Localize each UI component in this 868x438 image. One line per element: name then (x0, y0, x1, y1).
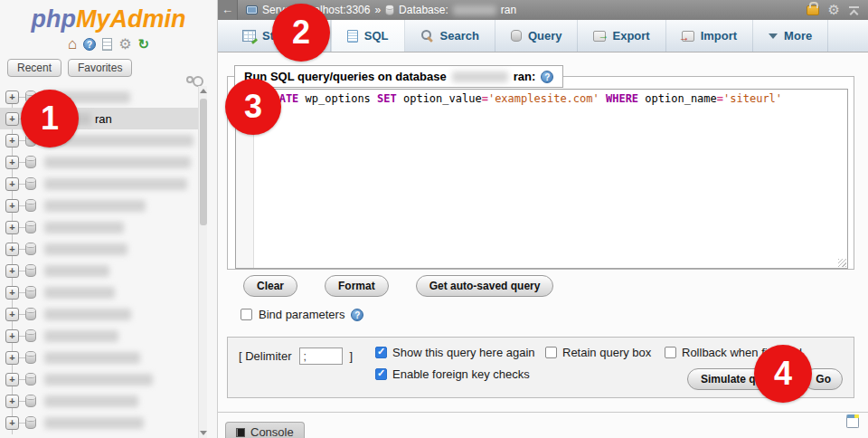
clear-button[interactable]: Clear (243, 275, 297, 297)
bind-parameters-label: Bind parameters (259, 308, 344, 321)
get-autosaved-query-button[interactable]: Get auto-saved query (416, 275, 554, 297)
tree-row[interactable]: + (0, 216, 198, 238)
delimiter-open-bracket: [ Delimiter (239, 349, 292, 363)
home-icon[interactable]: ⌂ (68, 37, 77, 52)
tree-row[interactable]: + (0, 368, 198, 390)
redacted-database-name (44, 309, 131, 320)
expand-plus-icon[interactable]: + (5, 308, 19, 321)
settings-gear-icon[interactable]: ⚙ (828, 4, 840, 16)
lock-icon[interactable] (807, 5, 819, 15)
foreign-key-checks-label: Enable foreign key checks (392, 367, 530, 381)
sidebar-scrollbar[interactable] (198, 86, 207, 438)
collapse-top-icon[interactable] (849, 6, 859, 14)
tab-query[interactable]: Query (495, 20, 579, 52)
scrollbar-thumb[interactable] (200, 99, 207, 225)
recent-button[interactable]: Recent (7, 59, 61, 77)
tree-dash (19, 249, 25, 250)
tree-row[interactable]: + (0, 390, 198, 412)
expand-plus-icon[interactable]: + (5, 112, 19, 126)
tree-row[interactable]: + (0, 238, 198, 260)
tree-row[interactable]: + (0, 173, 198, 195)
expand-plus-icon[interactable]: + (5, 286, 19, 300)
back-arrow-button[interactable]: ← (218, 0, 238, 20)
breadcrumb-database-link[interactable]: Database: (399, 4, 448, 16)
settings-gear-icon[interactable]: ⚙ (118, 37, 131, 52)
tree-dash (19, 271, 25, 271)
database-icon (25, 416, 36, 429)
tree-dash (19, 314, 25, 315)
retain-query-box-option[interactable]: Retain query box (545, 346, 651, 359)
favorites-button[interactable]: Favorites (68, 59, 132, 77)
tab-sql[interactable]: SQL (331, 20, 405, 52)
tree-dash (19, 401, 25, 402)
tree-row[interactable]: + (0, 151, 198, 173)
console-tab[interactable]: Console (225, 422, 305, 438)
database-icon (25, 308, 36, 320)
bind-parameters-checkbox[interactable] (241, 309, 252, 320)
expand-plus-icon[interactable]: + (5, 373, 19, 386)
expand-plus-icon[interactable]: + (5, 90, 19, 104)
foreign-key-checks-option[interactable]: Enable foreign key checks (375, 367, 530, 381)
phpmyadmin-logo[interactable]: phpMyAdmin (0, 0, 217, 33)
tab-more[interactable]: More (753, 20, 828, 52)
help-icon[interactable]: ? (541, 71, 553, 83)
show-query-checkbox[interactable] (375, 347, 387, 358)
tree-row[interactable]: + (0, 412, 198, 433)
sidebar-nav-icons: ⌂ ? ⚙ ↻ (0, 36, 217, 52)
refresh-icon[interactable]: ↻ (138, 37, 150, 52)
bottom-separator (218, 412, 868, 413)
expand-plus-icon[interactable]: + (5, 329, 19, 343)
foreign-key-checks-checkbox[interactable] (375, 368, 387, 380)
sql-code-line[interactable]: UPDATE wp_options SET option_value='exam… (254, 90, 782, 268)
sql-editor[interactable]: 1 UPDATE wp_options SET option_value='ex… (235, 89, 848, 269)
chevron-down-icon (769, 33, 778, 39)
help-icon[interactable]: ? (83, 38, 96, 51)
help-icon[interactable]: ? (351, 309, 363, 321)
tree-dash (19, 423, 25, 424)
page-settings-icon[interactable] (846, 414, 859, 428)
tree-row[interactable]: + (0, 303, 198, 325)
expand-plus-icon[interactable]: + (5, 416, 19, 430)
expand-plus-icon[interactable]: + (5, 177, 19, 191)
breadcrumb-database-suffix: ran (501, 4, 516, 16)
import-icon (682, 31, 694, 42)
resize-handle[interactable] (838, 259, 846, 267)
expand-plus-icon[interactable]: + (5, 264, 19, 278)
expand-plus-icon[interactable]: + (5, 351, 19, 365)
tab-label: Query (528, 29, 562, 43)
docs-icon[interactable] (102, 38, 112, 51)
expand-plus-icon[interactable]: + (5, 156, 19, 169)
delimiter-close-bracket: ] (350, 349, 354, 363)
format-button[interactable]: Format (325, 275, 389, 297)
expand-plus-icon[interactable]: + (5, 134, 19, 148)
tab-import[interactable]: Import (666, 20, 753, 52)
redacted-database-name (452, 71, 508, 82)
link-icon[interactable] (186, 76, 193, 83)
tree-dash (19, 336, 25, 337)
delimiter-input[interactable] (299, 348, 343, 365)
rollback-checkbox[interactable] (665, 347, 676, 358)
query-icon (511, 30, 522, 42)
expand-plus-icon[interactable]: + (5, 395, 19, 408)
sidebar: phpMyAdmin ⌂ ? ⚙ ↻ Recent Favorites + + (0, 0, 217, 438)
legend-text: Run SQL query/queries on database (244, 70, 447, 83)
tree-row[interactable]: + (0, 260, 198, 281)
database-icon (25, 243, 36, 255)
console-label: Console (250, 425, 294, 438)
tree-row[interactable]: + (0, 281, 198, 303)
expand-plus-icon[interactable]: + (5, 243, 19, 256)
scroll-up-icon[interactable] (200, 89, 207, 93)
expand-plus-icon[interactable]: + (5, 199, 19, 213)
scroll-down-icon[interactable] (200, 431, 207, 435)
expand-plus-icon[interactable]: + (5, 221, 19, 234)
database-icon (385, 5, 394, 15)
tab-search[interactable]: Search (405, 20, 495, 52)
logo-myadmin: MyAdmin (76, 5, 186, 33)
tab-export[interactable]: Export (578, 20, 665, 52)
retain-query-box-checkbox[interactable] (545, 347, 557, 358)
tree-row[interactable]: + (0, 325, 198, 347)
show-query-option[interactable]: Show this query here again (375, 346, 535, 359)
redacted-database-name (44, 222, 124, 233)
tree-row[interactable]: + (0, 195, 198, 216)
tree-row[interactable]: + (0, 347, 198, 368)
